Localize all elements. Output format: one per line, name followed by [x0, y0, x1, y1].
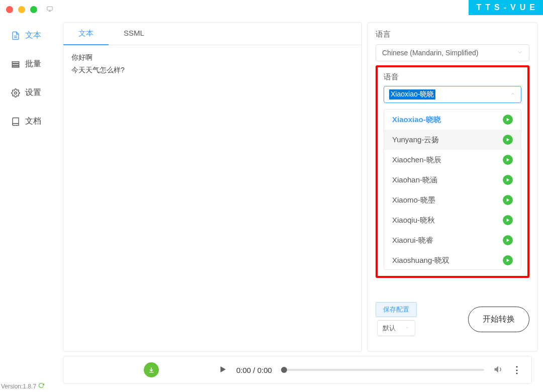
text-line: 今天天气怎么样?	[71, 64, 353, 76]
voice-option-label: Xiaoshuang-晓双	[392, 256, 449, 265]
tab-ssml[interactable]: SSML	[109, 23, 159, 45]
preset-value: 默认	[383, 324, 396, 333]
voice-option[interactable]: Xiaoshuang-晓双	[384, 250, 521, 270]
svg-marker-10	[507, 138, 510, 141]
svg-rect-7	[12, 66, 19, 67]
chevron-down-icon	[405, 325, 410, 332]
version-label: Version:1.8.7	[1, 382, 44, 390]
voice-label: 语音	[384, 72, 521, 82]
sidebar-item-batch[interactable]: 批量	[0, 50, 63, 78]
start-convert-button[interactable]: 开始转换	[468, 307, 529, 332]
voice-option[interactable]: Xiaochen-晓辰	[384, 150, 521, 170]
play-preview-button[interactable]	[503, 235, 513, 245]
voice-option[interactable]: Xiaorui-晓睿	[384, 230, 521, 250]
maximize-window-button[interactable]	[30, 6, 37, 13]
titlebar: TTS-VUE	[0, 0, 543, 19]
sidebar-item-label: 设置	[25, 87, 41, 98]
sidebar-item-label: 文本	[25, 30, 41, 41]
svg-rect-6	[12, 64, 19, 65]
svg-marker-9	[507, 118, 510, 121]
settings-panel: 语言 Chinese (Mandarin, Simplified) 语音 Xia…	[367, 22, 538, 352]
volume-button[interactable]	[493, 364, 503, 376]
sidebar-item-settings[interactable]: 设置	[0, 78, 63, 107]
play-preview-button[interactable]	[503, 155, 513, 165]
voice-select[interactable]: Xiaoxiao-晓晓	[384, 86, 521, 103]
svg-rect-0	[47, 7, 53, 10]
download-button[interactable]	[144, 362, 159, 377]
monitor-icon	[46, 6, 53, 14]
save-config-button[interactable]: 保存配置	[376, 302, 417, 317]
sidebar-item-label: 批量	[25, 59, 41, 69]
voice-option-label: Xiaomo-晓墨	[392, 195, 435, 205]
voice-option-label: Xiaoqiu-晓秋	[392, 216, 435, 225]
more-button[interactable]: ⋮	[512, 364, 521, 375]
play-preview-button[interactable]	[503, 175, 513, 185]
progress-bar[interactable]	[281, 369, 484, 371]
app-logo: TTS-VUE	[469, 0, 543, 15]
voice-option-label: Xiaoxiao-晓晓	[392, 115, 441, 125]
svg-marker-19	[221, 366, 226, 372]
svg-point-8	[15, 91, 17, 94]
refresh-icon[interactable]	[38, 382, 44, 390]
voice-option[interactable]: Xiaohan-晓涵	[384, 170, 521, 190]
play-preview-button[interactable]	[503, 135, 513, 145]
language-value: Chinese (Mandarin, Simplified)	[382, 49, 478, 57]
play-preview-button[interactable]	[503, 215, 513, 225]
svg-marker-13	[507, 199, 510, 202]
gear-icon	[11, 88, 20, 97]
svg-marker-14	[507, 219, 510, 222]
voice-option[interactable]: Yunyang-云扬	[384, 130, 521, 150]
voice-option[interactable]: Xiaoxiao-晓晓	[384, 110, 521, 130]
close-window-button[interactable]	[6, 6, 13, 13]
voice-option[interactable]: Xiaomo-晓墨	[384, 190, 521, 210]
editor-panel: 文本 SSML 你好啊 今天天气怎么样?	[63, 22, 362, 352]
play-preview-button[interactable]	[503, 195, 513, 205]
text-input-area[interactable]: 你好啊 今天天气怎么样?	[63, 45, 361, 351]
svg-marker-15	[507, 239, 510, 242]
svg-marker-16	[507, 259, 510, 262]
playback-time: 0:00 / 0:00	[236, 366, 272, 374]
sidebar-item-text[interactable]: 文本	[0, 21, 63, 50]
preset-select[interactable]: 默认	[377, 320, 415, 336]
svg-rect-5	[12, 61, 19, 63]
voice-dropdown: Xiaoxiao-晓晓 Yunyang-云扬 Xiaochen-晓辰 Xiaoh…	[384, 109, 521, 270]
voice-option[interactable]: Xiaoqiu-晓秋	[384, 210, 521, 230]
voice-option-label: Xiaochen-晓辰	[392, 155, 441, 165]
sidebar: 文本 批量 设置 文档	[0, 19, 63, 355]
sidebar-item-docs[interactable]: 文档	[0, 107, 63, 136]
config-controls: 保存配置 默认	[376, 302, 417, 336]
play-preview-button[interactable]	[503, 255, 513, 265]
voice-option-label: Xiaohan-晓涵	[392, 175, 437, 185]
document-icon	[11, 31, 20, 40]
player-bar: 0:00 / 0:00 ⋮	[0, 355, 543, 385]
voice-option-label: Xiaorui-晓睿	[392, 236, 433, 245]
batch-icon	[11, 60, 20, 69]
minimize-window-button[interactable]	[18, 6, 25, 13]
svg-marker-11	[507, 158, 510, 161]
voice-selected-value: Xiaoxiao-晓晓	[389, 89, 435, 100]
editor-tabs: 文本 SSML	[63, 23, 361, 45]
text-line: 你好啊	[71, 51, 353, 64]
chevron-up-icon	[510, 91, 516, 99]
progress-knob[interactable]	[281, 367, 287, 373]
play-button[interactable]	[218, 365, 227, 375]
voice-option-label: Yunyang-云扬	[392, 135, 439, 145]
sidebar-item-label: 文档	[25, 116, 41, 127]
language-select[interactable]: Chinese (Mandarin, Simplified)	[376, 44, 529, 61]
play-preview-button[interactable]	[503, 115, 513, 125]
book-icon	[11, 117, 20, 126]
tab-text[interactable]: 文本	[63, 23, 109, 45]
window-controls	[6, 6, 37, 13]
svg-marker-12	[507, 178, 510, 181]
voice-highlighted-area: 语音 Xiaoxiao-晓晓 Xiaoxiao-晓晓 Yunyang-云扬 Xi…	[376, 65, 529, 278]
language-label: 语言	[376, 30, 529, 39]
chevron-down-icon	[517, 49, 523, 57]
